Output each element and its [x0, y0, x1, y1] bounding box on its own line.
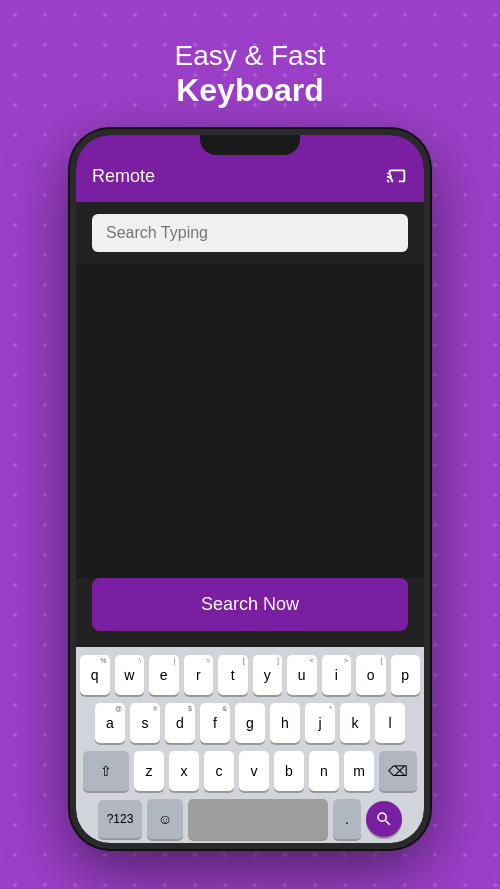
phone-screen: Remote Search Now %q \w |e =r [t ] — [76, 135, 424, 843]
key-d[interactable]: $d — [165, 703, 195, 743]
main-content — [76, 264, 424, 578]
key-backspace[interactable]: ⌫ — [379, 751, 417, 791]
key-y[interactable]: ]y — [253, 655, 283, 695]
key-g[interactable]: g — [235, 703, 265, 743]
key-p[interactable]: p — [391, 655, 421, 695]
key-o[interactable]: {o — [356, 655, 386, 695]
key-shift[interactable]: ⇧ — [83, 751, 129, 791]
header-text: Easy & Fast Keyboard — [175, 40, 326, 109]
key-i[interactable]: >i — [322, 655, 352, 695]
key-numbers[interactable]: ?123 — [98, 800, 142, 838]
keyboard: %q \w |e =r [t ]y <u >i {o p @a #s $d &f… — [76, 647, 424, 843]
keyboard-row-1: %q \w |e =r [t ]y <u >i {o p — [80, 655, 420, 695]
key-search[interactable] — [366, 801, 402, 837]
key-m[interactable]: m — [344, 751, 374, 791]
key-e[interactable]: |e — [149, 655, 179, 695]
key-v[interactable]: v — [239, 751, 269, 791]
key-l[interactable]: l — [375, 703, 405, 743]
app-title: Remote — [92, 166, 155, 187]
key-h[interactable]: h — [270, 703, 300, 743]
search-now-button[interactable]: Search Now — [92, 578, 408, 631]
keyboard-row-3: ⇧ z x c v b n m ⌫ — [80, 751, 420, 791]
key-w[interactable]: \w — [115, 655, 145, 695]
key-period[interactable]: . — [333, 799, 361, 839]
key-space[interactable] — [188, 799, 328, 839]
header-line1: Easy & Fast — [175, 40, 326, 72]
search-container — [76, 202, 424, 264]
key-t[interactable]: [t — [218, 655, 248, 695]
header-line2: Keyboard — [175, 72, 326, 109]
key-emoji[interactable]: ☺ — [147, 799, 183, 839]
keyboard-bottom-row: ?123 ☺ . — [80, 799, 420, 839]
key-n[interactable]: n — [309, 751, 339, 791]
key-z[interactable]: z — [134, 751, 164, 791]
key-x[interactable]: x — [169, 751, 199, 791]
key-j[interactable]: *j — [305, 703, 335, 743]
key-k[interactable]: k — [340, 703, 370, 743]
phone-notch — [200, 135, 300, 155]
cast-icon[interactable] — [386, 163, 408, 190]
key-q[interactable]: %q — [80, 655, 110, 695]
search-input[interactable] — [92, 214, 408, 252]
key-r[interactable]: =r — [184, 655, 214, 695]
phone-container: Remote Search Now %q \w |e =r [t ] — [70, 129, 430, 849]
key-a[interactable]: @a — [95, 703, 125, 743]
key-u[interactable]: <u — [287, 655, 317, 695]
key-f[interactable]: &f — [200, 703, 230, 743]
key-c[interactable]: c — [204, 751, 234, 791]
key-b[interactable]: b — [274, 751, 304, 791]
keyboard-row-2: @a #s $d &f g h *j k l — [80, 703, 420, 743]
key-s[interactable]: #s — [130, 703, 160, 743]
